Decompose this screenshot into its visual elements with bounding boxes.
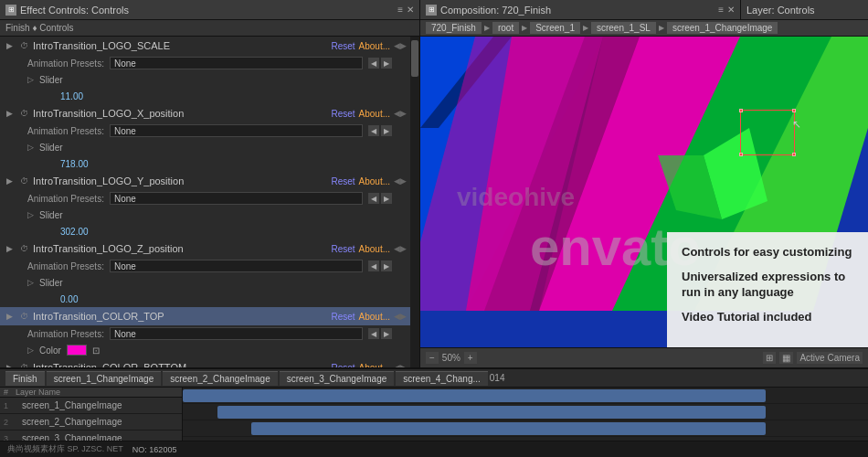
value-display-row-logo_scale: 11.00 xyxy=(0,88,410,104)
reset-btn-logo_x[interactable]: Reset xyxy=(331,109,355,119)
layer-row-1[interactable]: 2 screen_2_ChangeImage xyxy=(0,414,182,430)
preset-row-logo_y: Animation Presets: None ◀ ▶ xyxy=(0,190,410,207)
control-toggle-icon: ▶ xyxy=(4,175,15,186)
comp-close-btn[interactable]: ✕ xyxy=(727,5,735,15)
preset-dropdown-logo_y[interactable]: None xyxy=(110,192,363,205)
preset-prev-btn[interactable]: ◀ xyxy=(368,260,379,271)
timeline-time: 014 xyxy=(490,373,505,383)
comp-viewport[interactable]: envato videohive ↖ Controls for easy cus… xyxy=(420,37,868,347)
eyedropper-icon[interactable]: ⊡ xyxy=(92,345,100,356)
grid-icon[interactable]: ⊞ xyxy=(763,352,776,364)
comp-menu-btn[interactable]: ≡ xyxy=(718,5,724,15)
breadcrumb-item-4[interactable]: screen_1_ChangeImage xyxy=(667,22,778,34)
panel-title: Effect Controls: Controls xyxy=(20,5,394,16)
breadcrumb-text: Finish ♦ Controls xyxy=(5,23,74,33)
timeline-tab-4[interactable]: screen_4_Chang... xyxy=(396,371,488,386)
layer-num-1: 2 xyxy=(4,418,18,427)
comp-bottom-bar: − 50% + ⊞ ▦ Active Camera xyxy=(420,347,868,367)
about-btn-logo_z[interactable]: About... xyxy=(359,244,390,254)
control-toggle-icon: ▶ xyxy=(4,108,15,119)
preset-icons: ◀ ▶ xyxy=(368,328,392,339)
control-row-logo_scale[interactable]: ▶ ⏱ IntroTransition_LOGO_SCALE Reset Abo… xyxy=(0,37,410,55)
preset-row-logo_x: Animation Presets: None ◀ ▶ xyxy=(0,122,410,139)
control-row-color_bottom[interactable]: ▶ ⏱ IntroTransition_COLOR_BOTTOM Reset A… xyxy=(0,358,410,367)
timeline-tab-1[interactable]: screen_1_ChangeImage xyxy=(47,371,162,386)
camera-label[interactable]: Active Camera xyxy=(797,352,863,364)
composition-header: ⊞ Composition: 720_Finish ≡ ✕ xyxy=(420,0,740,20)
scroll-thumb[interactable] xyxy=(411,40,418,77)
about-btn-logo_scale[interactable]: About... xyxy=(359,41,390,51)
preset-prev-btn[interactable]: ◀ xyxy=(368,193,379,204)
slider-icon: ▷ xyxy=(27,143,34,152)
control-row-color_top[interactable]: ▶ ⏱ IntroTransition_COLOR_TOP Reset Abou… xyxy=(0,307,410,325)
reset-btn-logo_scale[interactable]: Reset xyxy=(331,41,355,51)
about-btn-logo_x[interactable]: About... xyxy=(359,109,390,119)
layer-name-2: screen_3_ChangeImage xyxy=(22,433,178,441)
preset-next-btn[interactable]: ▶ xyxy=(381,125,392,136)
panel-menu-btn[interactable]: ≡ xyxy=(397,5,403,15)
preset-prev-btn[interactable]: ◀ xyxy=(368,125,379,136)
effect-controls-panel: ⊞ Effect Controls: Controls ≡ ✕ Finish ♦… xyxy=(0,0,420,367)
value-display-logo_z[interactable]: 0.00 xyxy=(60,294,78,304)
preset-label: Animation Presets: xyxy=(27,126,104,136)
scrollbar[interactable] xyxy=(410,37,419,367)
panel-close-btn[interactable]: ✕ xyxy=(407,5,414,15)
breadcrumb-separator: ▶ xyxy=(583,24,588,32)
control-label-logo_z: IntroTransition_LOGO_Z_position xyxy=(33,243,327,254)
checkerboard-icon[interactable]: ▦ xyxy=(779,352,793,364)
control-row-logo_z[interactable]: ▶ ⏱ IntroTransition_LOGO_Z_position Rese… xyxy=(0,239,410,258)
control-toggle-icon: ▶ xyxy=(4,311,15,322)
value-display-logo_x[interactable]: 718.00 xyxy=(60,159,89,169)
value-row-logo_z: ▷ Slider xyxy=(0,274,410,291)
color-swatch-color_top[interactable] xyxy=(67,345,87,356)
preset-prev-btn[interactable]: ◀ xyxy=(368,58,379,69)
preset-next-btn[interactable]: ▶ xyxy=(381,58,392,69)
reset-btn-color_top[interactable]: Reset xyxy=(331,312,355,322)
preset-prev-btn[interactable]: ◀ xyxy=(368,328,379,339)
timeline-tab-0[interactable]: Finish xyxy=(5,371,45,386)
preset-dropdown-color_top[interactable]: None xyxy=(110,327,363,340)
preset-dropdown-logo_scale[interactable]: None xyxy=(110,57,363,69)
cursor-icon: ↖ xyxy=(792,118,801,131)
preset-dropdown-logo_x[interactable]: None xyxy=(110,124,363,137)
timeline-content: # Layer Name 1 screen_1_ChangeImage 2 sc… xyxy=(0,388,868,441)
reset-btn-logo_z[interactable]: Reset xyxy=(331,244,355,254)
track-1 xyxy=(183,404,868,420)
reset-btn-logo_y[interactable]: Reset xyxy=(331,176,355,186)
preset-next-btn[interactable]: ▶ xyxy=(381,260,392,271)
stopwatch-icon: ⏱ xyxy=(18,40,29,51)
breadcrumb-separator: ▶ xyxy=(659,24,664,32)
timeline-tab-2[interactable]: screen_2_ChangeImage xyxy=(163,371,278,386)
about-btn-logo_y[interactable]: About... xyxy=(359,176,390,186)
control-label-color_top: IntroTransition_COLOR_TOP xyxy=(33,311,327,322)
about-btn-color_top[interactable]: About... xyxy=(359,312,390,322)
breadcrumb-item-2[interactable]: Screen_1 xyxy=(530,22,580,34)
info-item-1: Universalized expressions to run in any … xyxy=(682,270,853,301)
info-text-0: Controls for easy customizing xyxy=(682,245,853,260)
breadcrumb-item-3[interactable]: screen_1_SL xyxy=(591,22,656,34)
col-num-label: # xyxy=(4,388,8,397)
timeline-tab-3[interactable]: screen_3_ChangeImage xyxy=(280,371,395,386)
layer-row-0[interactable]: 1 screen_1_ChangeImage xyxy=(0,398,182,414)
preset-next-btn[interactable]: ▶ xyxy=(381,328,392,339)
preset-icons: ◀ ▶ xyxy=(368,260,392,271)
stopwatch-icon: ⏱ xyxy=(18,243,29,254)
control-label-logo_y: IntroTransition_LOGO_Y_position xyxy=(33,175,327,186)
preset-dropdown-logo_z[interactable]: None xyxy=(110,260,363,272)
value-display-logo_y[interactable]: 302.00 xyxy=(60,227,89,237)
comp-title: Composition: 720_Finish xyxy=(440,5,715,16)
control-row-logo_x[interactable]: ▶ ⏱ IntroTransition_LOGO_X_position Rese… xyxy=(0,104,410,122)
info-text-2: Video Tutorial included xyxy=(682,310,853,325)
zoom-in-btn[interactable]: + xyxy=(464,352,477,364)
breadcrumb-item-1[interactable]: root xyxy=(492,22,519,34)
layer-row-2[interactable]: 3 screen_3_ChangeImage xyxy=(0,430,182,441)
value-display-row-logo_z: 0.00 xyxy=(0,291,410,307)
value-display-logo_scale[interactable]: 11.00 xyxy=(60,91,83,101)
comp-breadcrumb: 720_Finish▶root▶Screen_1▶screen_1_SL▶scr… xyxy=(420,20,868,37)
breadcrumb-item-0[interactable]: 720_Finish xyxy=(426,22,482,34)
preset-next-btn[interactable]: ▶ xyxy=(381,193,392,204)
timeline-header: Finishscreen_1_ChangeImagescreen_2_Chang… xyxy=(0,369,868,388)
layer-name-1: screen_2_ChangeImage xyxy=(22,417,178,427)
zoom-out-btn[interactable]: − xyxy=(426,352,439,364)
control-row-logo_y[interactable]: ▶ ⏱ IntroTransition_LOGO_Y_position Rese… xyxy=(0,172,410,190)
